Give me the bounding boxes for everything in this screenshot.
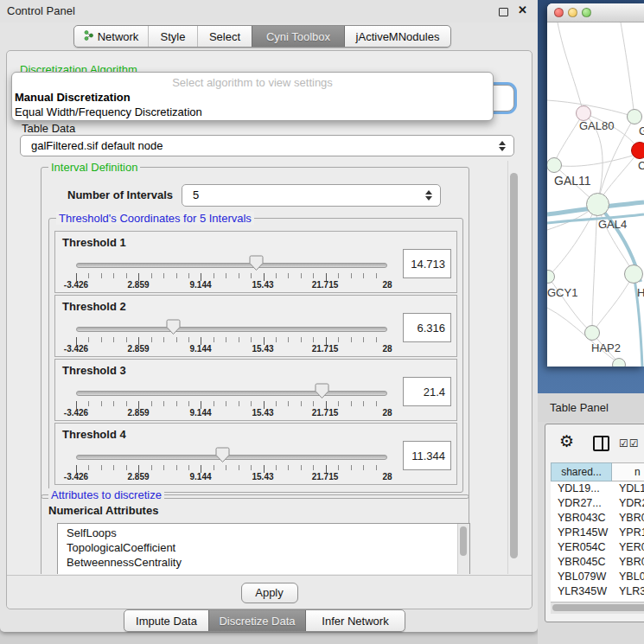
thresholds-group: Threshold's Coordinates for 5 Intervals … — [48, 218, 463, 493]
threshold-4-slider[interactable]: -3.426 2.859 9.144 15.43 21.715 28 — [76, 446, 387, 482]
tab-jactivemnodules[interactable]: jActiveMNodules — [344, 26, 450, 47]
zoom-traffic-light[interactable] — [582, 8, 591, 17]
slider-thumb[interactable] — [315, 383, 329, 403]
numerical-attributes-label: Numerical Attributes — [48, 504, 158, 517]
node-gal4[interactable] — [586, 193, 609, 216]
thresholds-group-title: Threshold's Coordinates for 5 Intervals — [56, 212, 254, 225]
scrollbar-thumb[interactable] — [510, 173, 518, 558]
settings-viewport: Interval Definition Number of Intervals … — [13, 161, 506, 574]
table-header-row: shared... n — [551, 462, 644, 481]
node-label: H — [637, 286, 644, 299]
cyni-bottom-tabs: Impute Data Discretize Data Infer Networ… — [124, 609, 405, 632]
slider-scale-labels: -3.426 2.859 9.144 15.43 21.715 28 — [76, 408, 387, 418]
tab-impute-data[interactable]: Impute Data — [124, 610, 208, 631]
threshold-3-box: Threshold 3 -3.426 2.859 9.144 — [54, 359, 457, 421]
slider-track[interactable] — [76, 391, 387, 396]
option-manual-discretization[interactable]: Manual Discretization — [15, 91, 131, 104]
threshold-1-value-field[interactable]: 14.713 — [403, 249, 451, 278]
number-of-intervals-value: 5 — [193, 188, 199, 201]
column-header-name[interactable]: n — [612, 462, 644, 481]
threshold-4-value-field[interactable]: 11.344 — [403, 441, 451, 470]
list-item[interactable]: SelfLoops — [67, 526, 117, 539]
cyni-toolbox-panel: Discretization Algorithm Select algorith… — [6, 50, 532, 609]
number-of-intervals-combobox[interactable]: 5 — [182, 184, 441, 207]
float-window-icon[interactable] — [499, 8, 508, 16]
table-data-label: Table Data — [22, 122, 75, 135]
numerical-attributes-list: SelfLoops TopologicalCoefficient Between… — [57, 523, 470, 574]
column-header-shared-name[interactable]: shared... — [551, 462, 612, 481]
threshold-1-slider[interactable]: -3.426 2.859 9.144 15.43 21.715 28 — [76, 254, 387, 290]
node-hap2[interactable] — [584, 325, 600, 341]
table-row[interactable]: YDL19...YDL1 — [551, 481, 644, 496]
control-panel-titlebar: Control Panel ✕ — [0, 0, 538, 22]
tab-infer-network[interactable]: Infer Network — [305, 610, 405, 631]
tab-label: Discretize Data — [219, 615, 295, 628]
slider-thumb[interactable] — [215, 447, 230, 467]
table-body: YDL19...YDL1 YDR27...YDR2 YBR043CYBR0 YP… — [551, 481, 644, 614]
window-title: Control Panel — [7, 4, 75, 17]
network-icon — [84, 30, 93, 43]
apply-button[interactable]: Apply — [241, 583, 298, 603]
node-clipped-top-right[interactable] — [627, 109, 642, 124]
table-row[interactable]: YPR145WYPR1 — [551, 526, 644, 540]
slider-scale-labels: -3.426 2.859 9.144 15.43 21.715 28 — [76, 344, 387, 354]
tab-label: Infer Network — [322, 615, 388, 628]
threshold-label: Threshold 2 — [62, 300, 126, 313]
slider-thumb[interactable] — [166, 319, 181, 339]
slider-track[interactable] — [76, 327, 387, 332]
tab-label: Cyni Toolbox — [266, 30, 330, 43]
slider-track[interactable] — [76, 263, 387, 268]
tab-label: jActiveMNodules — [356, 30, 440, 43]
tab-network[interactable]: Network — [74, 26, 148, 47]
list-item[interactable]: BetweennessCentrality — [67, 556, 182, 569]
scrollbar-thumb[interactable] — [552, 604, 644, 611]
threshold-3-slider[interactable]: -3.426 2.859 9.144 15.43 21.715 28 — [76, 382, 387, 418]
table-row[interactable]: YDR27...YDR2 — [551, 496, 644, 511]
network-window-titlebar[interactable] — [547, 3, 644, 22]
list-scrollbar[interactable] — [457, 524, 469, 574]
node-h[interactable] — [624, 265, 643, 284]
minimize-traffic-light[interactable] — [568, 8, 577, 17]
option-equal-width-frequency[interactable]: Equal Width/Frequency Discretization — [15, 105, 202, 118]
threshold-2-value-field[interactable]: 6.316 — [403, 313, 451, 342]
gear-icon[interactable]: ⚙ — [559, 433, 574, 450]
tab-select[interactable]: Select — [197, 26, 252, 47]
network-canvas[interactable]: GAL80 GAL11 GAL4 GCY1 HAP2 G C H — [547, 22, 644, 367]
threshold-3-value-field[interactable]: 21.4 — [403, 377, 451, 406]
threshold-label: Threshold 3 — [62, 364, 126, 377]
list-item[interactable]: TopologicalCoefficient — [67, 541, 175, 554]
slider-track[interactable] — [76, 455, 387, 460]
table-panel-title: Table Panel — [550, 401, 609, 414]
threshold-label: Threshold 4 — [62, 428, 126, 441]
table-row[interactable]: YBL079WYBL0 — [551, 570, 644, 584]
settings-scrollbar[interactable] — [507, 161, 520, 574]
cytoscape-desktop: GAL80 GAL11 GAL4 GCY1 HAP2 G C H — [538, 0, 644, 393]
table-data-combobox[interactable]: galFiltered.sif default node — [20, 135, 514, 156]
table-panel-header: Table Panel — [538, 393, 644, 422]
table-row[interactable]: YLR345WYLR3 — [551, 584, 644, 599]
table-row[interactable]: YER054CYER0 — [551, 540, 644, 555]
slider-thumb[interactable] — [249, 255, 264, 275]
node-selected-red[interactable] — [631, 142, 644, 159]
tab-discretize-data[interactable]: Discretize Data — [208, 610, 305, 631]
table-row[interactable]: YBR045CYBR0 — [551, 555, 644, 570]
table-horizontal-scrollbar[interactable] — [551, 602, 644, 614]
interval-definition-group: Interval Definition Number of Intervals … — [41, 167, 469, 499]
scrollbar-thumb[interactable] — [460, 526, 467, 556]
threshold-2-box: Threshold 2 -3.426 2.859 9.144 — [54, 295, 457, 357]
tab-style[interactable]: Style — [148, 26, 197, 47]
tab-label: Network — [98, 30, 139, 43]
close-icon[interactable]: ✕ — [518, 3, 527, 16]
close-traffic-light[interactable] — [554, 8, 564, 17]
select-columns-icon[interactable]: ☑☑ — [619, 437, 640, 450]
attributes-group-title: Attributes to discretize — [48, 488, 164, 501]
node-clipped-bottom[interactable] — [612, 358, 626, 367]
threshold-2-slider[interactable]: -3.426 2.859 9.144 15.43 21.715 28 — [76, 318, 387, 354]
tab-cyni-toolbox[interactable]: Cyni Toolbox — [252, 26, 344, 47]
columns-icon[interactable] — [593, 436, 609, 451]
table-row[interactable]: YBR043CYBR0 — [551, 511, 644, 526]
slider-scale-labels: -3.426 2.859 9.144 15.43 21.715 28 — [76, 280, 387, 290]
node-label: HAP2 — [591, 341, 621, 354]
attributes-group: Attributes to discretize Numerical Attri… — [41, 494, 469, 574]
algorithm-dropdown-popup: Select algorithm to view settings Manual… — [11, 72, 494, 121]
